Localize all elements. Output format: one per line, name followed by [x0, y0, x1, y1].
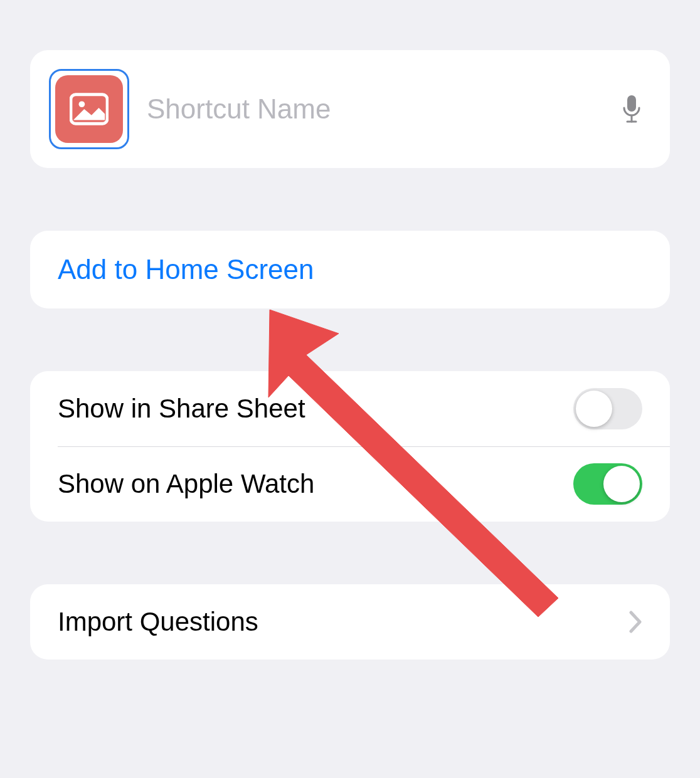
- show-on-apple-watch-row: Show on Apple Watch: [30, 446, 670, 522]
- svg-rect-2: [627, 95, 636, 112]
- visibility-toggles-group: Show in Share Sheet Show on Apple Watch: [30, 371, 670, 522]
- apple-watch-label: Show on Apple Watch: [58, 469, 573, 499]
- share-sheet-toggle[interactable]: [573, 388, 642, 429]
- svg-point-1: [79, 101, 85, 107]
- toggle-knob: [603, 466, 640, 502]
- picture-icon: [55, 75, 123, 143]
- shortcut-icon-button[interactable]: [49, 69, 129, 149]
- add-to-home-screen-group: Add to Home Screen: [30, 231, 670, 308]
- add-to-home-screen-button[interactable]: Add to Home Screen: [30, 231, 670, 308]
- shortcut-name-input[interactable]: [147, 93, 621, 125]
- import-questions-label: Import Questions: [58, 607, 628, 637]
- microphone-icon[interactable]: [621, 94, 642, 124]
- toggle-knob: [576, 391, 612, 427]
- add-to-home-screen-label: Add to Home Screen: [58, 254, 314, 285]
- import-questions-group: Import Questions: [30, 584, 670, 660]
- share-sheet-label: Show in Share Sheet: [58, 394, 573, 424]
- shortcut-name-group: [30, 50, 670, 168]
- show-in-share-sheet-row: Show in Share Sheet: [30, 371, 670, 446]
- apple-watch-toggle[interactable]: [573, 463, 642, 505]
- shortcut-name-row: [30, 50, 670, 168]
- chevron-right-icon: [628, 610, 642, 634]
- import-questions-button[interactable]: Import Questions: [30, 584, 670, 660]
